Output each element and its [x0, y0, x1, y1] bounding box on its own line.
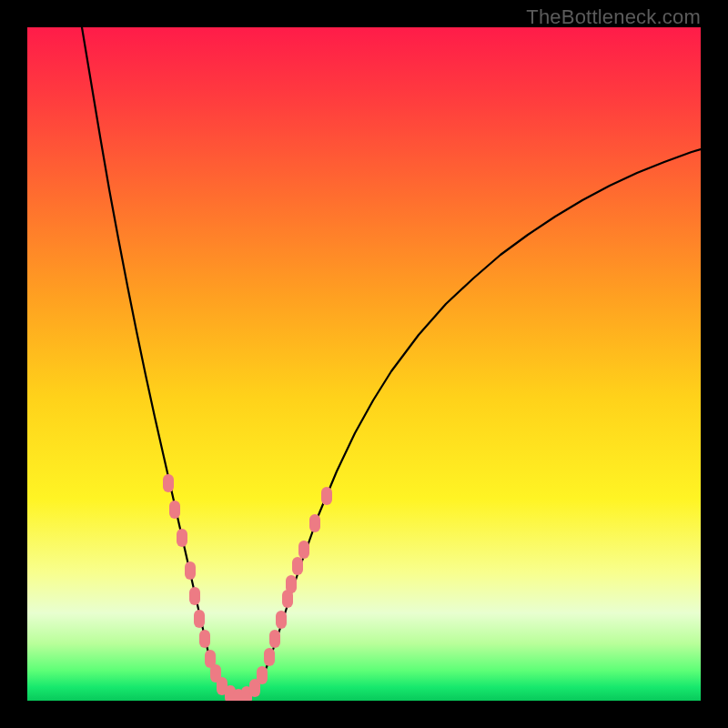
- series-right-branch: [255, 149, 701, 690]
- series-left-branch: [82, 27, 223, 690]
- marker-point: [309, 514, 320, 532]
- watermark-text: TheBottleneck.com: [526, 5, 701, 29]
- marker-point: [163, 474, 174, 492]
- chart-frame: TheBottleneck.com: [0, 0, 728, 728]
- markers-group: [163, 474, 332, 701]
- marker-point: [194, 610, 205, 628]
- plot-area: [27, 27, 701, 701]
- marker-point: [264, 648, 275, 666]
- marker-point: [269, 630, 280, 648]
- marker-point: [321, 487, 332, 505]
- marker-point: [189, 587, 200, 605]
- marker-point: [199, 630, 210, 648]
- marker-point: [177, 529, 187, 547]
- marker-point: [292, 557, 303, 575]
- marker-point: [298, 541, 309, 559]
- marker-point: [169, 500, 180, 519]
- series-group: [82, 27, 701, 699]
- marker-point: [286, 575, 297, 593]
- marker-point: [185, 561, 196, 580]
- chart-curves: [27, 27, 701, 701]
- marker-point: [257, 666, 268, 684]
- marker-point: [276, 611, 287, 629]
